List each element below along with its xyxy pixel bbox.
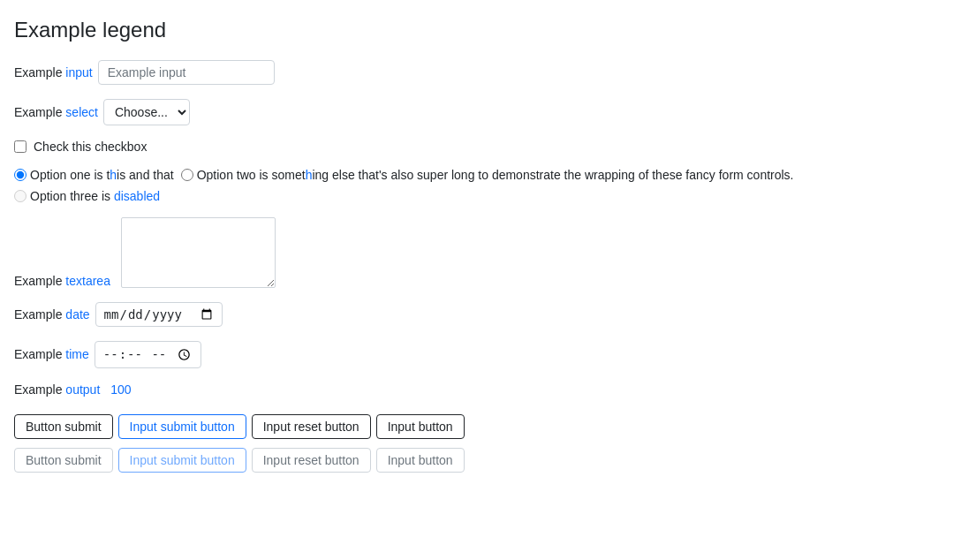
buttons-row-1: Button submit — [14, 414, 947, 439]
example-time[interactable] — [95, 341, 201, 368]
radio-label-2: Option two is something else that's also… — [181, 168, 794, 182]
example-input[interactable] — [98, 60, 275, 85]
date-group: Example date — [14, 302, 947, 327]
radio-option-1[interactable] — [14, 169, 26, 181]
radio-section: Option one is this and that Option two i… — [14, 168, 947, 203]
checkbox-label: Check this checkbox — [34, 140, 147, 154]
time-group: Example time — [14, 341, 947, 368]
input-group: Example input — [14, 60, 947, 85]
button-submit[interactable]: Button submit — [14, 414, 113, 439]
radio-group-1: Option one is this and that Option two i… — [14, 168, 947, 182]
textarea-label: Example textarea — [14, 274, 110, 288]
input-reset-button-disabled[interactable] — [252, 448, 371, 473]
output-group: Example output 100 — [14, 382, 947, 397]
date-label: Example date — [14, 307, 90, 322]
output-label: Example output — [14, 382, 100, 397]
page-title: Example legend — [14, 18, 947, 42]
input-submit-button[interactable] — [118, 414, 246, 439]
select-label: Example select — [14, 105, 98, 119]
output-value: 100 — [110, 382, 131, 397]
input-button-disabled[interactable] — [376, 448, 465, 473]
radio-label-3: Option three is disabled — [14, 189, 160, 203]
checkbox-group: Check this checkbox — [14, 140, 947, 154]
example-checkbox[interactable] — [14, 140, 26, 153]
buttons-row-2: Button submit — [14, 448, 947, 473]
input-submit-button-disabled[interactable] — [118, 448, 246, 473]
example-select[interactable]: Choose... Option 1 Option 2 Option 3 — [103, 99, 190, 125]
input-label: Example input — [14, 65, 93, 79]
radio-group-2: Option three is disabled — [14, 189, 947, 203]
select-group: Example select Choose... Option 1 Option… — [14, 99, 947, 125]
time-label: Example time — [14, 347, 89, 361]
textarea-group: Example textarea — [14, 217, 947, 288]
radio-label-1: Option one is this and that — [14, 168, 174, 182]
input-button[interactable] — [376, 414, 465, 439]
input-reset-button[interactable] — [252, 414, 371, 439]
example-textarea[interactable] — [121, 217, 276, 288]
example-date[interactable] — [95, 302, 223, 327]
radio-option-2[interactable] — [181, 169, 193, 181]
radio-option-3[interactable] — [14, 190, 26, 202]
button-submit-disabled[interactable]: Button submit — [14, 448, 113, 473]
